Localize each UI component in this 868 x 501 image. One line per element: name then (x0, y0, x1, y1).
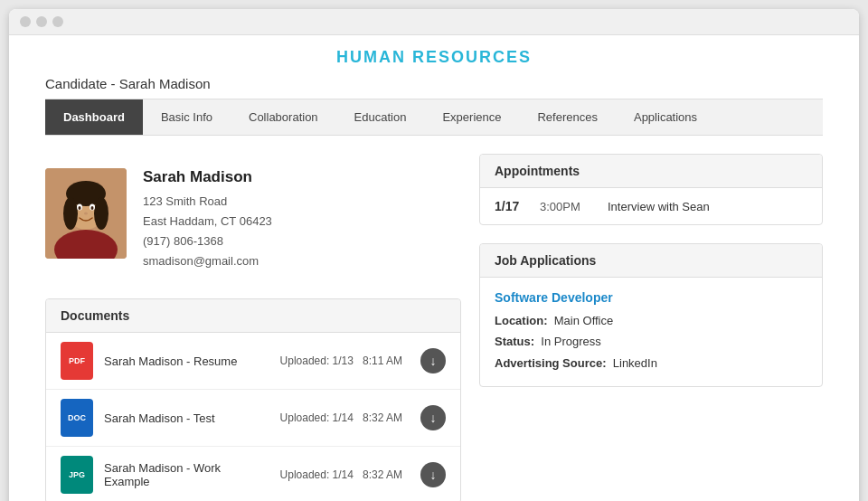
status-value: In Progress (541, 335, 600, 348)
svg-point-8 (79, 206, 81, 210)
right-column: Appointments 1/17 3:00PM Interview with … (479, 154, 823, 501)
profile-name: Sarah Madison (143, 168, 272, 186)
tab-bar: Dashboard Basic Info Collaboration Educa… (45, 99, 823, 136)
main-window: HUMAN RESOURCES Candidate - Sarah Madiso… (9, 9, 859, 501)
svg-point-10 (84, 213, 88, 215)
pdf-icon: PDF (61, 342, 93, 380)
doc-meta-2: Uploaded: 1/14 8:32 AM (280, 411, 402, 424)
download-button-1[interactable]: ↓ (420, 348, 446, 373)
svg-point-4 (63, 197, 78, 230)
profile-email: smadison@gmail.com (143, 251, 272, 271)
job-advertising: Advertising Source: LinkedIn (495, 353, 807, 373)
appointments-section: Appointments 1/17 3:00PM Interview with … (479, 154, 823, 225)
download-button-2[interactable]: ↓ (420, 405, 446, 430)
tab-experience[interactable]: Experience (424, 99, 519, 135)
documents-section: Documents PDF Sarah Madison - Resume Upl… (45, 298, 461, 501)
tab-collaboration[interactable]: Collaboration (231, 99, 336, 135)
doc-name-1: Sarah Madison - Resume (104, 354, 269, 368)
location-label: Location: (495, 314, 548, 327)
job-location: Location: Main Office (495, 310, 807, 331)
main-content: Sarah Madison 123 Smith Road East Haddam… (9, 136, 859, 501)
job-applications-header: Job Applications (480, 244, 822, 278)
title-bar (9, 9, 859, 35)
advertising-value: LinkedIn (613, 356, 657, 370)
documents-header: Documents (46, 299, 460, 333)
svg-point-5 (94, 197, 108, 230)
doc-name-2: Sarah Madison - Test (104, 411, 269, 425)
tab-dashboard[interactable]: Dashboard (45, 99, 143, 135)
job-title[interactable]: Software Developer (495, 290, 807, 305)
job-applications-section: Job Applications Software Developer Loca… (479, 243, 823, 387)
svg-point-9 (91, 206, 94, 210)
left-column: Sarah Madison 123 Smith Road East Haddam… (45, 154, 461, 501)
status-label: Status: (495, 335, 534, 348)
jpg-icon: JPG (61, 456, 93, 494)
advertising-label: Advertising Source: (495, 356, 607, 370)
document-row: PDF Sarah Madison - Resume Uploaded: 1/1… (46, 333, 460, 390)
doc-meta-3: Uploaded: 1/14 8:32 AM (280, 468, 402, 481)
document-row: DOC Sarah Madison - Test Uploaded: 1/14 … (46, 390, 460, 447)
tab-education[interactable]: Education (336, 99, 425, 135)
app-title: HUMAN RESOURCES (9, 35, 859, 76)
appointment-row: 1/17 3:00PM Interview with Sean (480, 188, 822, 224)
profile-info: Sarah Madison 123 Smith Road East Haddam… (143, 168, 272, 271)
profile-phone: (917) 806-1368 (143, 232, 272, 251)
job-status: Status: In Progress (495, 331, 807, 352)
location-value: Main Office (554, 314, 614, 327)
document-row: JPG Sarah Madison - Work Example Uploade… (46, 447, 460, 501)
appointments-header: Appointments (480, 155, 822, 188)
window-dot-3 (52, 16, 63, 27)
tab-basic-info[interactable]: Basic Info (143, 99, 231, 135)
window-dot-2 (36, 16, 47, 27)
profile-address1: 123 Smith Road (143, 192, 272, 212)
candidate-label: Candidate - Sarah Madison (9, 76, 859, 99)
appt-time: 3:00PM (540, 200, 590, 213)
download-button-3[interactable]: ↓ (420, 462, 446, 487)
window-dot-1 (20, 16, 31, 27)
appt-date: 1/17 (495, 199, 522, 213)
profile-section: Sarah Madison 123 Smith Road East Haddam… (45, 154, 461, 289)
doc-meta-1: Uploaded: 1/13 8:11 AM (280, 354, 402, 367)
tab-references[interactable]: References (519, 99, 615, 135)
doc-icon: DOC (61, 399, 93, 437)
job-content: Software Developer Location: Main Office… (480, 278, 822, 386)
profile-address2: East Haddam, CT 06423 (143, 212, 272, 232)
tab-applications[interactable]: Applications (616, 99, 715, 135)
doc-name-3: Sarah Madison - Work Example (104, 461, 269, 488)
appt-description: Interview with Sean (608, 200, 710, 213)
avatar (45, 168, 127, 259)
